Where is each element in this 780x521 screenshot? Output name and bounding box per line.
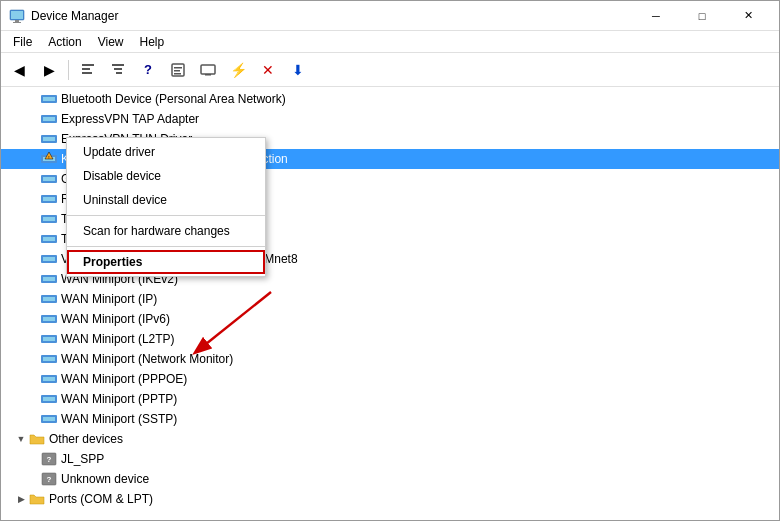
svg-rect-9 bbox=[116, 72, 122, 74]
item-label: WAN Miniport (PPTP) bbox=[61, 392, 177, 406]
uninstall-toolbar-button[interactable]: ✕ bbox=[254, 57, 282, 83]
svg-rect-33 bbox=[43, 237, 55, 241]
tree-item-wan-pppoe[interactable]: WAN Miniport (PPPOE) bbox=[1, 369, 779, 389]
properties-button[interactable] bbox=[164, 57, 192, 83]
device-button[interactable] bbox=[194, 57, 222, 83]
svg-rect-39 bbox=[43, 297, 55, 301]
svg-rect-8 bbox=[114, 68, 122, 70]
item-label: WAN Miniport (SSTP) bbox=[61, 412, 177, 426]
tree-item-unknown-device[interactable]: ? Unknown device bbox=[1, 469, 779, 489]
menu-action[interactable]: Action bbox=[40, 33, 89, 51]
svg-rect-49 bbox=[43, 397, 55, 401]
tree-item-wan-sstp[interactable]: WAN Miniport (SSTP) bbox=[1, 409, 779, 429]
tree-item-wan-pptp[interactable]: WAN Miniport (PPTP) bbox=[1, 389, 779, 409]
network-icon-r bbox=[41, 191, 57, 207]
svg-rect-5 bbox=[82, 68, 90, 70]
svg-rect-43 bbox=[43, 337, 55, 341]
svg-rect-17 bbox=[43, 97, 55, 101]
network-icon-wan3 bbox=[41, 311, 57, 327]
item-label: WAN Miniport (L2TP) bbox=[61, 332, 175, 346]
svg-rect-35 bbox=[43, 257, 55, 261]
item-label: WAN Miniport (IPv6) bbox=[61, 312, 170, 326]
menu-view[interactable]: View bbox=[90, 33, 132, 51]
network-icon-wan5 bbox=[41, 351, 57, 367]
svg-rect-11 bbox=[174, 67, 182, 69]
tree-item-wan-ip[interactable]: WAN Miniport (IP) bbox=[1, 289, 779, 309]
tree-item-jl-spp[interactable]: ? JL_SPP bbox=[1, 449, 779, 469]
item-label: Unknown device bbox=[61, 472, 149, 486]
svg-rect-6 bbox=[82, 72, 92, 74]
back-button[interactable]: ◀ bbox=[5, 57, 33, 83]
collapse-other-devices-icon[interactable]: ▼ bbox=[13, 431, 29, 447]
item-label: ExpressVPN TAP Adapter bbox=[61, 112, 199, 126]
svg-rect-27 bbox=[43, 177, 55, 181]
expand-button[interactable] bbox=[104, 57, 132, 83]
scan-button[interactable]: ⚡ bbox=[224, 57, 252, 83]
context-menu-scan-hardware[interactable]: Scan for hardware changes bbox=[67, 219, 265, 243]
device-manager-window: Device Manager ─ □ ✕ File Action View He… bbox=[0, 0, 780, 521]
context-menu-sep-2 bbox=[67, 246, 265, 247]
window-title: Device Manager bbox=[31, 9, 633, 23]
svg-rect-31 bbox=[43, 217, 55, 221]
minimize-button[interactable]: ─ bbox=[633, 1, 679, 31]
tree-item-other-devices-group[interactable]: ▼ Other devices bbox=[1, 429, 779, 449]
network-icon-3 bbox=[41, 131, 57, 147]
svg-rect-37 bbox=[43, 277, 55, 281]
svg-rect-1 bbox=[15, 20, 19, 22]
warn-network-icon: ! bbox=[41, 151, 57, 167]
svg-rect-47 bbox=[43, 377, 55, 381]
ports-folder-icon bbox=[29, 491, 45, 507]
tree-item-ports-group[interactable]: ▶ Ports (COM & LPT) bbox=[1, 489, 779, 509]
context-menu-sep-1 bbox=[67, 215, 265, 216]
tree-item-wan-netmon[interactable]: WAN Miniport (Network Monitor) bbox=[1, 349, 779, 369]
unknown-icon-1: ? bbox=[41, 451, 57, 467]
tree-item-bluetooth[interactable]: Bluetooth Device (Personal Area Network) bbox=[1, 89, 779, 109]
menu-file[interactable]: File bbox=[5, 33, 40, 51]
network-icon-wan4 bbox=[41, 331, 57, 347]
network-icon-wan6 bbox=[41, 371, 57, 387]
tree-item-wan-ipv6[interactable]: WAN Miniport (IPv6) bbox=[1, 309, 779, 329]
title-bar: Device Manager ─ □ ✕ bbox=[1, 1, 779, 31]
svg-text:?: ? bbox=[47, 455, 52, 464]
network-icon-g bbox=[41, 171, 57, 187]
forward-button[interactable]: ▶ bbox=[35, 57, 63, 83]
context-menu-properties[interactable]: Properties bbox=[67, 250, 265, 274]
network-icon-wan1 bbox=[41, 271, 57, 287]
svg-rect-41 bbox=[43, 317, 55, 321]
tree-item-wan-l2tp[interactable]: WAN Miniport (L2TP) bbox=[1, 329, 779, 349]
network-icon-wan8 bbox=[41, 411, 57, 427]
svg-text:!: ! bbox=[48, 155, 49, 160]
maximize-button[interactable]: □ bbox=[679, 1, 725, 31]
menu-bar: File Action View Help bbox=[1, 31, 779, 53]
network-icon-vmnet8 bbox=[41, 251, 57, 267]
svg-rect-12 bbox=[174, 70, 180, 72]
help-button[interactable]: ? bbox=[134, 57, 162, 83]
menu-help[interactable]: Help bbox=[132, 33, 173, 51]
item-label: Bluetooth Device (Personal Area Network) bbox=[61, 92, 286, 106]
svg-rect-45 bbox=[43, 357, 55, 361]
item-label: JL_SPP bbox=[61, 452, 104, 466]
update-toolbar-button[interactable]: ⬇ bbox=[284, 57, 312, 83]
svg-rect-7 bbox=[112, 64, 124, 66]
network-icon-t2 bbox=[41, 231, 57, 247]
unknown-icon-2: ? bbox=[41, 471, 57, 487]
item-label: WAN Miniport (PPPOE) bbox=[61, 372, 187, 386]
close-button[interactable]: ✕ bbox=[725, 1, 771, 31]
expand-ports-icon[interactable]: ▶ bbox=[13, 491, 29, 507]
context-menu-update-driver[interactable]: Update driver bbox=[67, 140, 265, 164]
collapse-button[interactable] bbox=[74, 57, 102, 83]
svg-rect-21 bbox=[43, 137, 55, 141]
toolbar: ◀ ▶ ? ⚡ ✕ ⬇ bbox=[1, 53, 779, 87]
item-label: WAN Miniport (IP) bbox=[61, 292, 157, 306]
network-icon-wan2 bbox=[41, 291, 57, 307]
item-label: Other devices bbox=[49, 432, 123, 446]
main-content: Bluetooth Device (Personal Area Network)… bbox=[1, 87, 779, 520]
context-menu-disable-device[interactable]: Disable device bbox=[67, 164, 265, 188]
tree-item-expressvpn-tap[interactable]: ExpressVPN TAP Adapter bbox=[1, 109, 779, 129]
app-icon bbox=[9, 8, 25, 24]
network-icon-t1 bbox=[41, 211, 57, 227]
item-label: WAN Miniport (Network Monitor) bbox=[61, 352, 233, 366]
context-menu-uninstall-device[interactable]: Uninstall device bbox=[67, 188, 265, 212]
network-icon-wan7 bbox=[41, 391, 57, 407]
svg-text:?: ? bbox=[47, 475, 52, 484]
